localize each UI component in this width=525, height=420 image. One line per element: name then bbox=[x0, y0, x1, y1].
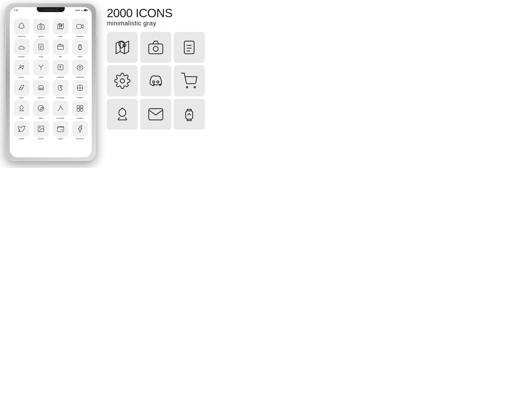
app-item-weather[interactable]: weather bbox=[13, 39, 30, 58]
app-icon-facetime bbox=[72, 19, 88, 34]
showcase-tile-cart-large bbox=[174, 65, 205, 96]
app-item-photos[interactable]: photos bbox=[32, 121, 50, 140]
app-item-procreate[interactable]: procreate bbox=[52, 101, 69, 119]
app-item-facebook[interactable]: facebook bbox=[71, 121, 89, 140]
app-label-notes: notes bbox=[39, 56, 43, 58]
app-item-files[interactable]: files bbox=[52, 39, 69, 58]
app-icon-watch bbox=[72, 39, 88, 55]
showcase-tile-mail-large bbox=[140, 99, 171, 130]
svg-point-12 bbox=[20, 65, 21, 67]
app-icon-southwest bbox=[72, 59, 88, 75]
vol-down-button[interactable] bbox=[4, 41, 5, 48]
app-label-photos: photos bbox=[38, 138, 44, 140]
app-icon-camera bbox=[33, 19, 49, 34]
app-icon-teams bbox=[14, 59, 29, 75]
svg-point-23 bbox=[39, 127, 40, 128]
svg-point-16 bbox=[79, 87, 81, 89]
front-camera bbox=[56, 9, 57, 10]
app-item-yuka[interactable]: yuka bbox=[32, 59, 50, 78]
app-item-watch[interactable]: watch bbox=[71, 39, 89, 58]
subheadline: minimalistic gray bbox=[107, 19, 205, 27]
app-label-procreate: procreate bbox=[56, 117, 65, 119]
app-item-teams[interactable]: teams bbox=[13, 59, 30, 78]
svg-rect-18 bbox=[77, 105, 80, 108]
phone-screen: 7.17 ▲ bbox=[10, 7, 92, 157]
app-item-life360[interactable]: life360 bbox=[71, 80, 89, 99]
app-grid: snapchat camera maps facetime weather no… bbox=[10, 11, 92, 142]
status-right: ▲ bbox=[75, 9, 87, 11]
showcase-tile-discord-large bbox=[140, 65, 171, 96]
time-display: 7.17 bbox=[14, 9, 18, 11]
app-label-teams: teams bbox=[19, 76, 24, 78]
right-panel: 2000 ICONS minimalistic gray bbox=[100, 2, 208, 166]
app-label-wattpad: wattpad bbox=[57, 76, 64, 78]
svg-point-27 bbox=[153, 46, 158, 51]
app-label-files: files bbox=[59, 56, 62, 58]
app-item-twitter[interactable]: twitter bbox=[13, 121, 30, 140]
svg-rect-19 bbox=[80, 105, 83, 108]
wifi-icon: ▲ bbox=[81, 9, 83, 11]
app-label-twitter: twitter bbox=[19, 138, 24, 140]
app-icon-snapchat bbox=[14, 19, 29, 34]
svg-rect-35 bbox=[186, 111, 193, 119]
app-label-drive: drive bbox=[19, 97, 24, 99]
app-item-wattpad[interactable]: wattpad bbox=[52, 59, 69, 78]
signal-icon bbox=[75, 10, 80, 11]
power-button[interactable] bbox=[96, 37, 97, 49]
showcase-tile-maps-large bbox=[107, 32, 138, 63]
app-label-maps: maps bbox=[58, 35, 63, 37]
app-label-life360: life360 bbox=[77, 97, 83, 99]
app-icon-twitter bbox=[14, 121, 29, 137]
main-container: 7.17 ▲ bbox=[2, 2, 208, 166]
app-label-watch: watch bbox=[77, 56, 83, 58]
svg-rect-3 bbox=[77, 25, 81, 28]
svg-rect-28 bbox=[184, 41, 194, 54]
app-item-snapchat[interactable]: snapchat bbox=[13, 19, 30, 37]
showcase-tile-calm-large bbox=[107, 99, 138, 130]
app-label-facebook: facebook bbox=[76, 138, 84, 140]
phone-wrapper: 7.17 ▲ bbox=[2, 2, 100, 163]
app-item-drive[interactable]: drive bbox=[13, 80, 30, 99]
svg-line-37 bbox=[189, 113, 191, 115]
svg-point-13 bbox=[22, 65, 24, 67]
svg-rect-20 bbox=[77, 109, 80, 111]
app-item-doordash[interactable]: doordash bbox=[52, 80, 69, 99]
app-label-safari: safari bbox=[39, 117, 43, 119]
app-item-camera[interactable]: camera bbox=[32, 19, 50, 37]
app-item-calm[interactable]: calm bbox=[13, 101, 30, 119]
svg-rect-0 bbox=[38, 25, 44, 29]
svg-line-11 bbox=[80, 47, 81, 47]
app-item-notes[interactable]: notes bbox=[32, 39, 50, 58]
app-icon-wallet bbox=[53, 121, 68, 137]
app-item-wallet[interactable]: wallet bbox=[52, 121, 69, 140]
svg-point-34 bbox=[194, 86, 196, 88]
svg-rect-9 bbox=[78, 45, 82, 49]
app-item-safari[interactable]: safari bbox=[32, 101, 50, 119]
app-icon-notes bbox=[33, 39, 49, 55]
mute-button[interactable] bbox=[4, 23, 5, 28]
vol-up-button[interactable] bbox=[4, 31, 5, 38]
app-icon-maps bbox=[53, 19, 68, 34]
svg-point-32 bbox=[120, 79, 124, 83]
app-label-doordash: doordash bbox=[56, 97, 65, 99]
app-label-calm: calm bbox=[19, 117, 23, 119]
app-icon-weather bbox=[14, 39, 29, 55]
app-icon-drive bbox=[14, 80, 29, 96]
app-label-wallet: wallet bbox=[58, 138, 63, 140]
svg-rect-24 bbox=[57, 127, 64, 132]
app-icon-yuka bbox=[33, 59, 49, 75]
app-label-facetime: facetime bbox=[76, 35, 84, 37]
app-icon-procreate bbox=[53, 101, 68, 116]
svg-rect-4 bbox=[39, 44, 43, 50]
app-icon-life360 bbox=[72, 80, 88, 96]
app-item-southwest[interactable]: southwest bbox=[71, 59, 89, 78]
app-item-facetime[interactable]: facetime bbox=[71, 19, 89, 37]
app-icon-facebook bbox=[72, 121, 88, 137]
app-icon-files bbox=[53, 39, 68, 55]
app-label-numbers: numbers bbox=[76, 117, 84, 119]
app-item-numbers[interactable]: numbers bbox=[71, 101, 89, 119]
app-icon-photos bbox=[33, 121, 49, 137]
app-item-discord[interactable]: discord bbox=[32, 80, 50, 99]
headline: 2000 ICONS bbox=[107, 7, 205, 19]
app-item-maps[interactable]: maps bbox=[52, 19, 69, 37]
